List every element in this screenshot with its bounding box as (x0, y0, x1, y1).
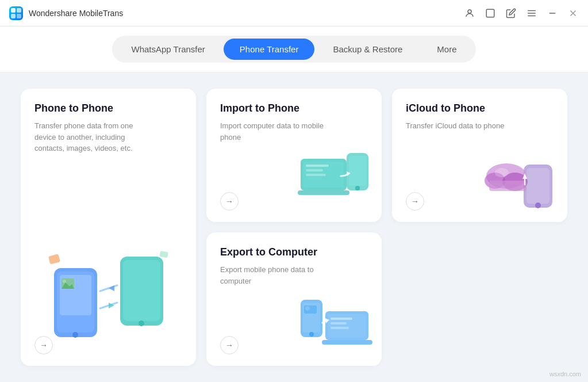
card-phone-to-phone-title: Phone to Phone (34, 102, 182, 114)
svg-rect-28 (298, 190, 349, 195)
svg-rect-17 (123, 260, 160, 321)
watermark: wsxdn.com (549, 370, 581, 377)
card-export-to-computer[interactable]: Export to Computer Export mobile phone d… (206, 232, 382, 366)
tab-phone[interactable]: Phone Transfer (224, 39, 315, 60)
close-icon[interactable] (567, 7, 579, 19)
svg-rect-19 (48, 254, 60, 264)
phone-to-phone-illustration (45, 239, 172, 354)
svg-rect-20 (159, 251, 168, 258)
app-title: Wondershare MobileTrans (29, 9, 123, 18)
svg-point-31 (355, 186, 360, 190)
svg-point-44 (495, 168, 509, 177)
card-export-title: Export to Computer (220, 246, 368, 258)
app-icon (9, 6, 23, 20)
svg-rect-53 (330, 322, 347, 324)
card-import-to-phone[interactable]: Import to Phone Import computer data to … (206, 89, 382, 222)
card-icloud-to-phone[interactable]: iCloud to Phone Transfer iCloud data to … (392, 89, 567, 222)
svg-rect-5 (486, 9, 494, 17)
card-import-arrow[interactable]: → (220, 192, 239, 211)
svg-rect-52 (330, 318, 352, 320)
svg-rect-37 (526, 168, 549, 204)
svg-point-56 (305, 306, 310, 311)
svg-point-38 (535, 203, 541, 208)
svg-rect-30 (349, 156, 366, 186)
card-icloud-desc: Transfer iCloud data to phone (406, 120, 521, 132)
window-icon[interactable] (485, 7, 496, 19)
svg-rect-54 (330, 327, 349, 329)
svg-marker-21 (109, 285, 114, 291)
svg-rect-3 (17, 14, 21, 18)
svg-point-4 (468, 10, 471, 13)
card-icloud-title: iCloud to Phone (406, 102, 554, 114)
import-illustration (298, 147, 372, 213)
svg-rect-33 (306, 165, 329, 167)
menu-icon[interactable] (526, 7, 537, 19)
svg-rect-34 (306, 169, 323, 171)
card-export-desc: Export mobile phone data to computer (220, 264, 335, 286)
svg-rect-0 (11, 8, 16, 13)
export-illustration (298, 291, 372, 357)
edit-icon[interactable] (505, 7, 517, 19)
nav-tabs: WhatsApp Transfer Phone Transfer Backup … (112, 36, 475, 63)
card-phone-to-phone-arrow[interactable]: → (34, 336, 53, 354)
tab-backup[interactable]: Backup & Restore (317, 39, 418, 60)
svg-rect-1 (17, 8, 21, 13)
card-import-title: Import to Phone (220, 102, 368, 114)
tab-whatsapp[interactable]: WhatsApp Transfer (115, 39, 221, 60)
minimize-icon[interactable] (547, 7, 558, 19)
title-bar-right (464, 7, 579, 19)
card-import-desc: Import computer data to mobile phone (220, 120, 335, 143)
nav-bar: WhatsApp Transfer Phone Transfer Backup … (0, 26, 588, 72)
svg-rect-50 (322, 340, 372, 345)
title-bar: Wondershare MobileTrans (0, 0, 588, 26)
card-export-arrow[interactable]: → (220, 336, 239, 354)
main-content: Phone to Phone Transfer phone data from … (0, 72, 588, 382)
svg-rect-42 (489, 181, 526, 191)
card-icloud-arrow[interactable]: → (406, 192, 424, 211)
icloud-illustration (483, 147, 558, 213)
user-icon[interactable] (464, 7, 475, 19)
title-bar-left: Wondershare MobileTrans (9, 6, 123, 20)
svg-point-14 (72, 332, 78, 338)
svg-rect-35 (306, 174, 326, 176)
card-phone-to-phone-desc: Transfer phone data from one device to a… (34, 120, 149, 154)
tab-more[interactable]: More (421, 39, 472, 60)
svg-point-18 (139, 320, 144, 326)
svg-point-47 (309, 332, 314, 337)
card-phone-to-phone[interactable]: Phone to Phone Transfer phone data from … (21, 89, 196, 366)
svg-rect-2 (11, 14, 16, 18)
